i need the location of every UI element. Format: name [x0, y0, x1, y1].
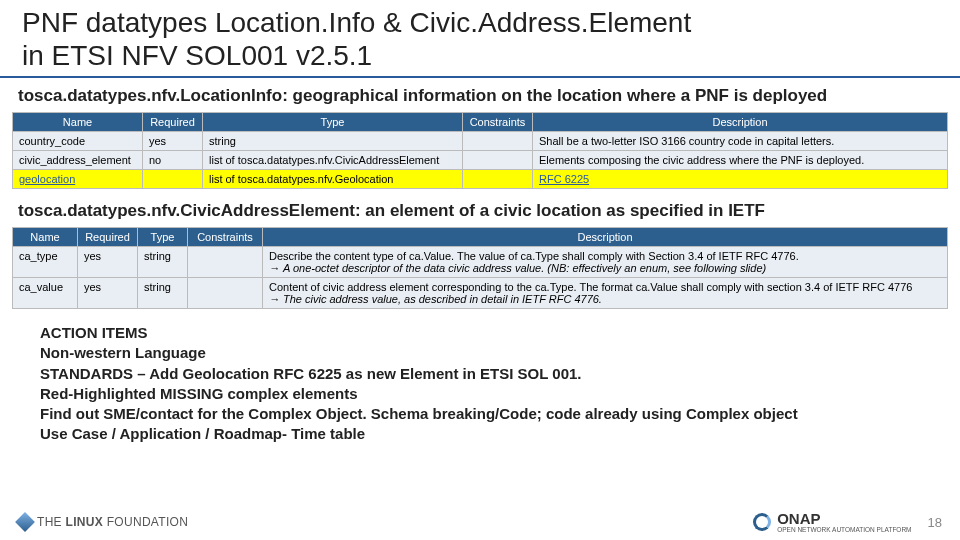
table-row: country_codeyesstringShall be a two-lett… — [13, 132, 948, 151]
action-item: Red-Highlighted MISSING complex elements — [40, 384, 920, 404]
table-row: ca_valueyesstringContent of civic addres… — [13, 278, 948, 309]
civicaddress-table: Name Required Type Constraints Descripti… — [12, 227, 948, 309]
col-description: Description — [533, 113, 948, 132]
section2-heading: tosca.datatypes.nfv.CivicAddressElement:… — [0, 199, 960, 227]
col-name: Name — [13, 228, 78, 247]
linux-foundation-logo: THE LINUX FOUNDATION — [18, 515, 188, 529]
slide-title: PNF datatypes Location.Info & Civic.Addr… — [0, 0, 960, 78]
onap-swirl-icon — [753, 513, 771, 531]
col-name: Name — [13, 113, 143, 132]
col-type: Type — [203, 113, 463, 132]
action-items: ACTION ITEMSNon-western LanguageSTANDARD… — [0, 319, 960, 449]
locationinfo-table: Name Required Type Constraints Descripti… — [12, 112, 948, 189]
lf-cube-icon — [15, 512, 35, 532]
action-item: STANDARDS – Add Geolocation RFC 6225 as … — [40, 364, 920, 384]
action-item: Non-western Language — [40, 343, 920, 363]
col-constraints: Constraints — [188, 228, 263, 247]
col-constraints: Constraints — [463, 113, 533, 132]
title-line-1: PNF datatypes Location.Info & Civic.Addr… — [22, 7, 691, 38]
footer: THE LINUX FOUNDATION ONAP OPEN NETWORK A… — [0, 510, 960, 534]
onap-logo: ONAP OPEN NETWORK AUTOMATION PLATFORM — [753, 510, 911, 534]
section1-heading: tosca.datatypes.nfv.LocationInfo: geogra… — [0, 84, 960, 112]
action-item: Use Case / Application / Roadmap- Time t… — [40, 424, 920, 444]
page-number: 18 — [928, 515, 942, 530]
action-item: ACTION ITEMS — [40, 323, 920, 343]
col-description: Description — [263, 228, 948, 247]
table-row: geolocationlist of tosca.datatypes.nfv.G… — [13, 170, 948, 189]
col-required: Required — [78, 228, 138, 247]
title-line-2: in ETSI NFV SOL001 v2.5.1 — [22, 40, 372, 71]
col-required: Required — [143, 113, 203, 132]
action-item: Find out SME/contact for the Complex Obj… — [40, 404, 920, 424]
col-type: Type — [138, 228, 188, 247]
table-row: ca_typeyesstringDescribe the content typ… — [13, 247, 948, 278]
table-row: civic_address_elementnolist of tosca.dat… — [13, 151, 948, 170]
